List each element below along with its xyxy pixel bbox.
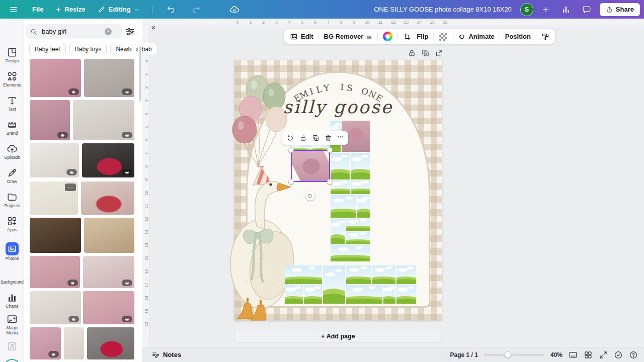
image-placeholder-tile[interactable] bbox=[285, 265, 322, 284]
styles-roller-button[interactable] bbox=[541, 32, 550, 42]
image-placeholder-tile[interactable] bbox=[372, 265, 395, 284]
image-placeholder-tile[interactable] bbox=[396, 265, 416, 284]
image-placeholder-tile[interactable] bbox=[323, 265, 345, 304]
add-page-button[interactable]: + Add page bbox=[234, 330, 442, 343]
editing-mode-menu[interactable]: Editing bbox=[97, 4, 141, 16]
selection-handle[interactable] bbox=[327, 147, 333, 153]
thumbnail-more-button[interactable]: ... bbox=[65, 184, 76, 191]
image-placeholder-tile[interactable] bbox=[331, 153, 350, 179]
image-placeholder-tile[interactable] bbox=[351, 153, 370, 179]
document-title[interactable]: ONE SILLY GOOSE photo collage 8X10 16X20 bbox=[374, 6, 511, 13]
photo-thumbnail[interactable] bbox=[84, 59, 134, 97]
photo-thumbnail[interactable] bbox=[82, 143, 134, 177]
sidebar-item-photos[interactable]: Photos bbox=[0, 240, 24, 263]
photo-thumbnail[interactable] bbox=[64, 327, 84, 359]
edit-button[interactable]: Edit bbox=[289, 32, 314, 42]
flip-button[interactable]: Flip bbox=[416, 32, 429, 41]
insights-button[interactable] bbox=[558, 5, 574, 15]
sidebar-item-text[interactable]: Text bbox=[0, 91, 24, 114]
canva-assistant-button[interactable] bbox=[4, 359, 21, 362]
sidebar-item-magic-media[interactable]: Magic Media bbox=[0, 312, 24, 335]
photo-thumbnail[interactable] bbox=[83, 291, 134, 324]
sidebar-item-elements[interactable]: Elements bbox=[0, 67, 24, 90]
image-placeholder-tile[interactable] bbox=[383, 285, 395, 304]
file-menu[interactable]: File bbox=[31, 4, 44, 15]
comments-button[interactable] bbox=[579, 5, 594, 15]
image-placeholder-tile[interactable] bbox=[304, 285, 322, 304]
selection-handle[interactable] bbox=[288, 179, 294, 185]
photo-thumbnail[interactable] bbox=[83, 256, 134, 288]
photo-thumbnail[interactable] bbox=[81, 182, 134, 215]
photo-thumbnail[interactable] bbox=[30, 218, 81, 253]
image-placeholder-tile[interactable] bbox=[346, 219, 370, 231]
bg-remover-button[interactable]: BG Remover bbox=[324, 32, 373, 41]
resize-menu[interactable]: Resize bbox=[54, 4, 86, 15]
zoom-thumb[interactable] bbox=[505, 351, 511, 358]
saved-status-icon[interactable] bbox=[614, 350, 623, 359]
cloud-save-status[interactable] bbox=[226, 4, 243, 15]
image-placeholder-tile[interactable] bbox=[331, 245, 370, 261]
image-placeholder-tile[interactable] bbox=[346, 265, 371, 284]
avatar[interactable]: S bbox=[520, 3, 533, 16]
delete-icon[interactable] bbox=[325, 134, 332, 142]
share-button[interactable]: Share bbox=[600, 3, 640, 16]
selection-handle[interactable] bbox=[327, 179, 333, 185]
sidebar-item-design[interactable]: Design bbox=[0, 43, 24, 66]
script-subtitle[interactable]: silly goose bbox=[283, 97, 393, 117]
add-member-button[interactable] bbox=[539, 5, 553, 14]
position-button[interactable]: Position bbox=[505, 32, 531, 41]
rotate-icon[interactable] bbox=[287, 134, 294, 142]
main-menu-button[interactable] bbox=[6, 5, 21, 15]
search-input[interactable] bbox=[41, 27, 101, 36]
sidebar-item-hidden[interactable] bbox=[0, 334, 24, 357]
image-placeholder-tile[interactable] bbox=[346, 232, 370, 244]
search-chip[interactable]: Baby feet bbox=[29, 43, 66, 55]
image-placeholder-tile[interactable] bbox=[396, 285, 416, 304]
image-placeholder-tile[interactable] bbox=[331, 195, 356, 218]
photo-thumbnail[interactable] bbox=[30, 291, 81, 324]
photo-thumbnail[interactable] bbox=[84, 218, 134, 253]
selection-handle[interactable] bbox=[288, 147, 294, 153]
panel-scrollbar[interactable] bbox=[139, 46, 141, 102]
more-options-icon[interactable]: ⋯ bbox=[337, 133, 344, 143]
color-picker-button[interactable] bbox=[382, 31, 393, 42]
pages-view-icon[interactable] bbox=[569, 350, 578, 359]
grid-view-icon[interactable] bbox=[584, 350, 593, 359]
search-chip[interactable]: Baby toys bbox=[69, 43, 107, 55]
duplicate-page-icon[interactable] bbox=[421, 49, 430, 57]
photo-thumbnail[interactable] bbox=[73, 100, 134, 140]
export-page-icon[interactable] bbox=[435, 49, 443, 57]
animate-button[interactable]: Animate bbox=[457, 32, 495, 42]
sidebar-item-brand[interactable]: Brand bbox=[0, 115, 24, 138]
notes-button[interactable]: Notes bbox=[148, 350, 184, 359]
sidebar-item-draw[interactable]: Draw bbox=[0, 163, 24, 187]
image-placeholder-tile[interactable] bbox=[331, 180, 350, 194]
photo-thumbnail[interactable] bbox=[30, 100, 70, 140]
sidebar-item-charts[interactable]: Charts bbox=[0, 288, 24, 311]
photo-thumbnail[interactable] bbox=[30, 256, 80, 288]
sidebar-item-projects[interactable]: Projects bbox=[0, 188, 24, 211]
close-panel-button[interactable]: × bbox=[149, 23, 158, 32]
sidebar-item-background[interactable]: Background bbox=[0, 264, 24, 287]
image-placeholder-tile[interactable] bbox=[351, 180, 370, 194]
crop-button[interactable] bbox=[403, 32, 412, 42]
photo-thumbnail[interactable] bbox=[87, 327, 134, 359]
sidebar-item-uploads[interactable]: Uploads bbox=[0, 139, 24, 162]
filter-sliders-icon[interactable] bbox=[125, 26, 136, 37]
photo-thumbnail[interactable] bbox=[30, 327, 61, 359]
redo-button[interactable] bbox=[189, 5, 204, 15]
help-icon[interactable] bbox=[629, 350, 638, 359]
lock-page-icon[interactable] bbox=[408, 49, 416, 57]
image-placeholder-tile[interactable] bbox=[357, 195, 370, 218]
zoom-slider[interactable] bbox=[484, 351, 544, 358]
image-placeholder-tile[interactable] bbox=[285, 285, 303, 304]
lock-icon[interactable] bbox=[299, 134, 307, 142]
photo-thumbnail[interactable] bbox=[30, 59, 81, 97]
photo-thumbnail[interactable] bbox=[30, 143, 79, 177]
image-placeholder-tile[interactable] bbox=[331, 219, 345, 244]
image-placeholder-tile[interactable] bbox=[346, 285, 382, 304]
rotate-handle[interactable] bbox=[305, 191, 315, 201]
photo-thumbnail[interactable]: ... bbox=[30, 182, 78, 215]
sidebar-item-apps[interactable]: Apps bbox=[0, 212, 24, 235]
clear-search-button[interactable]: × bbox=[105, 28, 112, 35]
